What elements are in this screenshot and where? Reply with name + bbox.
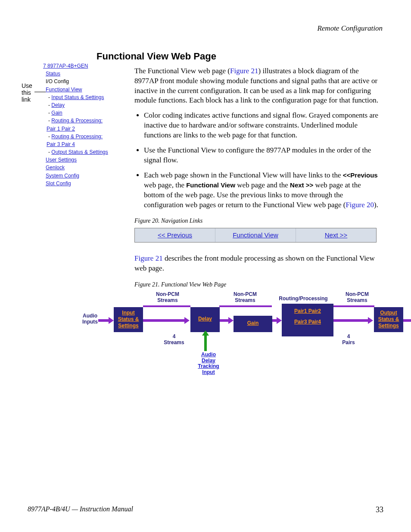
nav-fv-link[interactable]: Functional View (215, 228, 296, 242)
bullet-1: Color coding indicates active functions … (144, 111, 383, 140)
nonpcm-1-label: Non-PCM Streams (153, 292, 183, 304)
b3e: ). (374, 201, 378, 209)
connector-line (34, 92, 46, 92)
use-this-link-label: Use this link (22, 82, 32, 103)
prev-bold: <<Previous (343, 171, 378, 179)
arrow-in (98, 319, 109, 322)
footer-page-number: 33 (376, 504, 383, 515)
audio-delay-tracking-link[interactable]: Audio Delay Tracking Input (191, 352, 226, 376)
arrow-c (272, 319, 277, 322)
nav-delay[interactable]: Delay (51, 102, 65, 108)
arrow-b (220, 319, 228, 322)
nav-rp34-b[interactable]: Pair 3 Pair 4 (47, 141, 75, 147)
figure-20-caption: Figure 20. Navigation Links (134, 217, 383, 225)
b3c: web page and the (235, 181, 290, 189)
nonpcm-3-label: Non-PCM Streams (342, 292, 372, 304)
page-footer: 8977AP-4B/4U — Instruction Manual 33 (28, 504, 383, 515)
pair12-link[interactable]: Pair1 Pair2 (292, 307, 324, 315)
nav-device[interactable]: 7 8977AP-4B+GEN (43, 63, 88, 69)
nav-next-link[interactable]: Next >> (296, 228, 376, 242)
sidebar-nav: Use this link 7 8977AP-4B+GEN Status I/O… (22, 62, 96, 188)
figure-20-link[interactable]: Figure 20 (346, 201, 374, 209)
figure-21-link-b[interactable]: Figure 21 (134, 254, 163, 262)
next-bold: Next >> (290, 181, 313, 189)
mid-t1b: describes the front module processing as… (134, 254, 375, 272)
delay-block[interactable]: Delay (190, 307, 220, 332)
fv-bold: Functional View (186, 181, 235, 189)
nav-rp12-a[interactable]: Routing & Processing: (51, 118, 103, 124)
green-arrow (204, 336, 207, 351)
nav-user-settings[interactable]: User Settings (46, 157, 77, 163)
bullet-list: Color coding indicates active functions … (134, 111, 383, 210)
routing-block: Pair1 Pair2 Pair3 Pair4 (282, 304, 333, 336)
nav-genlock[interactable]: Genlock (46, 165, 65, 171)
output-block[interactable]: Output Status & Settings (374, 307, 403, 332)
bullet-3: Each web page shown in the Functional Vi… (144, 171, 383, 210)
nav-system-config[interactable]: System Config (46, 173, 79, 179)
b3b: web page, the (144, 181, 186, 189)
figure-21-caption: Figure 21. Functional View Web Page (134, 281, 383, 289)
four-pairs-label: 4 Pairs (338, 334, 359, 346)
pair34-link[interactable]: Pair3 Pair4 (292, 318, 324, 326)
nonpcm-line-2 (219, 305, 272, 307)
four-streams-label: 4 Streams (161, 334, 187, 346)
nav-functional-view[interactable]: Functional View (46, 87, 82, 93)
nonpcm-line-3 (333, 305, 374, 307)
audio-inputs-label: Audio Inputs (79, 313, 101, 325)
b3a: Each web page shown in the Functional Vi… (144, 171, 343, 179)
footer-doc-title: 8977AP-4B/4U — Instruction Manual (28, 504, 133, 515)
nav-output-status[interactable]: Output Status & Settings (51, 149, 108, 155)
nav-prev-link[interactable]: << Previous (135, 228, 215, 242)
intro-para: The Functional View web page (Figure 21)… (134, 66, 383, 106)
nav-rp34-a[interactable]: Routing & Processing: (51, 134, 103, 140)
section-title: Functional View Web Page (97, 50, 383, 63)
gain-block[interactable]: Gain (234, 316, 272, 332)
arrow-out (403, 319, 411, 322)
figure-21-link-a[interactable]: Figure 21 (230, 67, 258, 75)
nav-slot-config[interactable]: Slot Config (46, 180, 71, 187)
arrow-d (333, 319, 368, 322)
running-header: Remote Configuration (22, 24, 383, 34)
nonpcm-2-label: Non-PCM Streams (230, 292, 260, 304)
nav-status[interactable]: Status (46, 71, 60, 77)
nav-input-status[interactable]: Input Status & Settings (51, 94, 104, 100)
nonpcm-line-1 (143, 305, 190, 307)
nav-links-figure: << Previous Functional View Next >> (134, 228, 377, 243)
nav-io-config: I/O Config (46, 78, 69, 84)
routing-label: Routing/Processing (273, 296, 333, 302)
figure-21-diagram: Audio Inputs Audio Outputs Non-PCM Strea… (79, 292, 411, 391)
nav-rp12-b[interactable]: Pair 1 Pair 2 (47, 126, 75, 132)
intro-t1a: The Functional View web page ( (134, 67, 230, 75)
arrow-a (143, 319, 184, 322)
bullet-2: Use the Functional View to configure the… (144, 146, 383, 165)
input-block[interactable]: Input Status & Settings (114, 307, 143, 332)
nav-gain[interactable]: Gain (51, 110, 62, 116)
mid-para: Figure 21 describes the front module pro… (134, 254, 383, 274)
